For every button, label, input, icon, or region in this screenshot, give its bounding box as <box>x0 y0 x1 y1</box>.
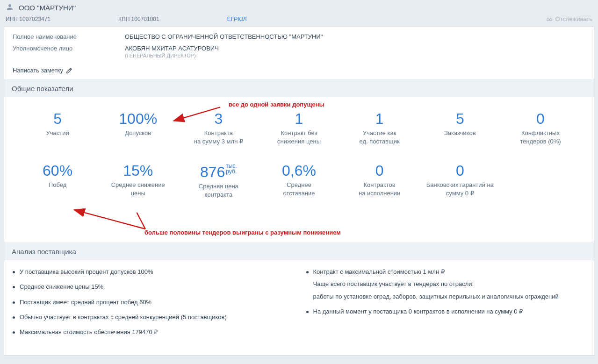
bullet-icon <box>13 286 15 288</box>
annotation-bottom: больше половины тендеров выиграны с разу… <box>144 229 341 236</box>
stat-value: 100% <box>100 111 176 126</box>
stat-item: 5Заказчиков <box>420 111 500 145</box>
authorized-label: Уполномоченое лицо <box>13 45 125 58</box>
stat-item: 876тыс.руб.Средняя ценаконтракта <box>178 163 259 199</box>
inn-label: ИНН 1007023471 <box>6 16 50 22</box>
stat-item: 3Контрактана сумму 3 млн ₽ <box>178 111 259 145</box>
authorized-value: АКОБЯН МХИТАР АСАТУРОВИЧ <box>125 45 219 52</box>
stat-item: 0,6%Среднееотставание <box>259 163 339 199</box>
analysis-section-header: Анализ поставщика <box>4 243 594 260</box>
stat-label: Среднееотставание <box>260 181 337 197</box>
stat-value: 1 <box>341 111 418 126</box>
binoculars-icon <box>546 16 553 22</box>
bullet-icon <box>306 271 309 273</box>
stat-label: Контрактана сумму 3 млн ₽ <box>180 129 257 145</box>
analysis-item: Среднее снижение цены 15% <box>13 283 292 291</box>
pencil-icon <box>66 67 72 74</box>
stat-item: 1Участие какед. поставщик <box>339 111 420 145</box>
stat-item: 5Участий <box>17 111 98 145</box>
analysis-item: На данный момент у поставщика 0 контракт… <box>306 307 586 316</box>
stat-label: Среднее снижениецены <box>100 181 176 197</box>
analysis-item: Контракт с максимальной стоимостью 1 млн… <box>306 268 586 276</box>
stats-container: 5Участий100%Допусков3Контрактана сумму 3… <box>4 97 594 243</box>
stat-item: 0Конфликтныхтендеров (0%) <box>500 111 581 145</box>
stat-value: 0 <box>341 163 418 178</box>
stat-value: 15% <box>100 163 176 178</box>
stat-value: 0 <box>502 111 579 126</box>
authorized-role: (ГЕНЕРАЛЬНЫЙ ДИРЕКТОР) <box>125 53 219 58</box>
svg-point-0 <box>547 18 549 21</box>
svg-line-4 <box>137 213 145 229</box>
stat-value: 1 <box>260 111 337 126</box>
analysis-item: Поставщик имеет средний процент побед 60… <box>13 298 292 307</box>
stat-label: Побед <box>19 181 96 189</box>
stat-label: Контракт безснижения цены <box>260 129 337 145</box>
stat-item: 1Контракт безснижения цены <box>259 111 339 145</box>
analysis-sub-detail: работы по установке оград, заборов, защи… <box>313 293 586 301</box>
svg-line-5 <box>74 210 145 229</box>
bullet-icon <box>13 301 15 304</box>
stat-label: Участий <box>19 129 96 137</box>
track-button[interactable]: Отслеживать <box>546 15 592 22</box>
stat-value: 3 <box>180 111 257 126</box>
stat-value: 876тыс.руб. <box>180 163 257 179</box>
company-icon <box>6 3 14 13</box>
stat-value: 5 <box>19 111 96 126</box>
stat-value: 60% <box>19 163 96 178</box>
stat-label: Допусков <box>100 129 176 137</box>
bullet-icon <box>306 311 309 313</box>
stat-label: Заказчиков <box>422 129 498 137</box>
full-name-value: ОБЩЕСТВО С ОГРАНИЧЕННОЙ ОТВЕТСТВЕННОСТЬЮ… <box>125 33 323 40</box>
stat-value: 0,6% <box>260 163 337 178</box>
company-title: ООО "МАРТУНИ" <box>19 4 76 12</box>
stat-item: 0Контрактовна исполнении <box>339 163 420 199</box>
write-note-button[interactable]: Написать заметку <box>13 67 72 74</box>
analysis-item: У поставщика высокий процент допусков 10… <box>13 268 292 276</box>
stat-label: Средняя ценаконтракта <box>180 182 257 199</box>
stat-label: Участие какед. поставщик <box>341 129 418 145</box>
stat-label: Банковских гарантий насумму 0 ₽ <box>422 181 498 197</box>
analysis-item: Обычно участвует в контрактах с средней … <box>13 313 292 321</box>
full-name-label: Полное наименование <box>13 33 125 40</box>
stat-value: 5 <box>422 111 498 126</box>
analysis-item: Максимальная стоимость обеспечения 17947… <box>13 328 292 336</box>
bullet-icon <box>13 316 15 319</box>
annotation-top: все до одной заявки допущены <box>229 101 324 108</box>
stats-section-header: Общие показатели <box>4 79 594 97</box>
bullet-icon <box>13 271 15 273</box>
stat-label: Контрактовна исполнении <box>341 181 418 197</box>
stat-item: 15%Среднее снижениецены <box>98 163 178 199</box>
stat-item: 0Банковских гарантий насумму 0 ₽ <box>420 163 500 199</box>
stat-unit: тыс.руб. <box>226 163 237 174</box>
registry-link[interactable]: ЕГРЮЛ <box>227 16 247 22</box>
bullet-icon <box>13 331 15 334</box>
svg-point-1 <box>549 18 552 21</box>
stat-label: Конфликтныхтендеров (0%) <box>502 129 579 145</box>
kpp-label: КПП 100701001 <box>118 16 159 22</box>
stat-item: 100%Допусков <box>98 111 178 145</box>
stat-item: 60%Побед <box>17 163 98 199</box>
analysis-sub-intro: Чаще всего поставщик участвует в тендера… <box>313 280 586 288</box>
stat-value: 0 <box>422 163 498 178</box>
